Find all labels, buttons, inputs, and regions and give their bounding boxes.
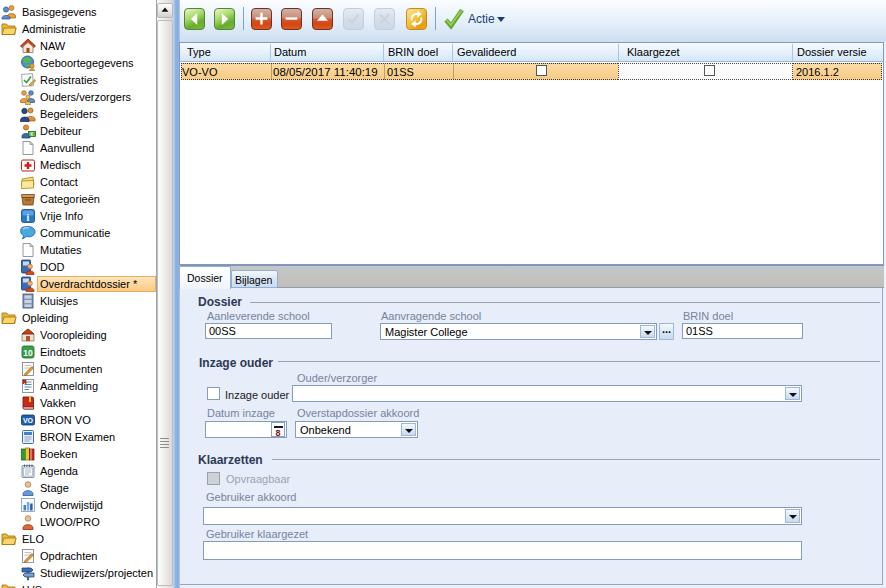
svg-text:10: 10 [23, 348, 33, 358]
svg-text:VO: VO [23, 417, 34, 424]
svg-text:i: i [27, 212, 30, 223]
svg-text:€: € [31, 131, 34, 137]
